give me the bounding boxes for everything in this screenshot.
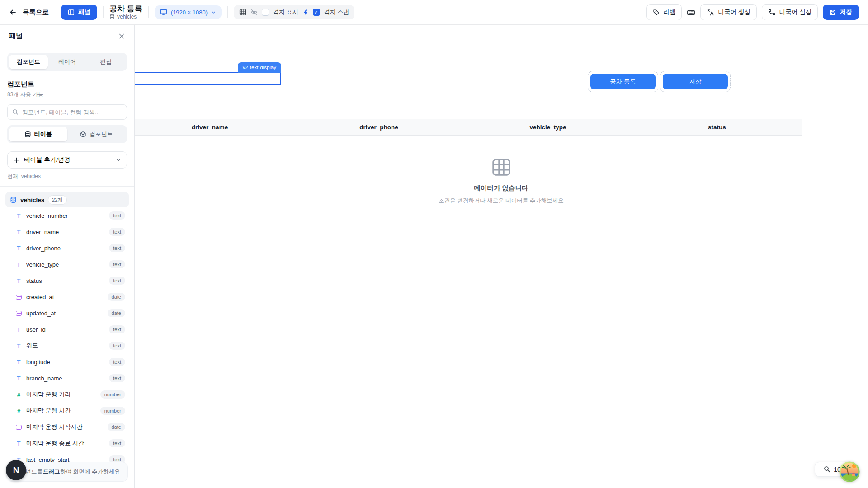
page-title: 공차 등록 [109,5,142,13]
split-flow-icon [768,9,776,16]
field-name: branch_name [26,375,62,382]
canvas-button-label: 저장 [689,78,702,86]
field-type-badge: text [109,358,125,366]
canvas-button[interactable]: 공차 등록 [590,74,656,89]
field-row[interactable]: driver_phone text [5,240,129,256]
close-panel-button[interactable] [118,33,125,40]
component-search[interactable] [7,104,127,120]
components-panel: 패널 컴포넌트 레이어 편집 컴포넌트 83개 사용 가능 테이블 [0,25,135,488]
components-section-title: 컴포넌트 [7,80,127,89]
field-row[interactable]: vehicle_number text [5,207,129,224]
back-button[interactable] [9,9,17,16]
field-type-icon [15,294,22,300]
i18n-settings-button[interactable]: 다국어 설정 [762,4,818,20]
field-row[interactable]: created_at date [5,289,129,305]
canvas-button[interactable]: 저장 [663,74,728,89]
grid-snap-checkbox[interactable]: ✓ [313,9,320,16]
field-name: longitude [26,359,50,366]
field-name: updated_at [26,310,56,317]
add-change-table-button[interactable]: 테이블 추가/변경 [7,151,127,169]
tab-layers[interactable]: 레이어 [48,55,87,69]
divider [148,6,149,18]
field-row[interactable]: longitude text [5,354,129,370]
divider [103,6,104,18]
toggle-tables[interactable]: 테이블 [9,127,67,141]
selected-element-tag: v2-text-display [238,62,281,73]
field-type-icon [15,375,22,382]
field-row[interactable]: 마지막 운행 거리 number [5,386,129,403]
canvas-button-label: 공차 등록 [610,78,636,86]
field-name: vehicle_number [26,212,68,219]
canvas-action-buttons: 공차 등록 저장 [590,74,728,89]
panel-icon [68,9,75,16]
panel-toggle-button[interactable]: 패널 [61,5,97,20]
top-toolbar: 목록으로 패널 공차 등록 vehicles (868 × 488) [0,0,868,25]
toggle-components-label: 컴포넌트 [90,130,113,138]
field-row[interactable]: 위도 text [5,338,129,354]
label-button-text: 라벨 [663,8,675,16]
field-row[interactable]: driver_name text [5,224,129,240]
field-type-badge: text [109,374,125,382]
column-count-badge: 22개 [48,195,66,205]
empty-state-subtitle: 조건을 변경하거나 새로운 데이터를 추가해보세요 [439,197,563,205]
field-name: 마지막 운행 시간 [26,407,71,415]
i18n-generate-button[interactable]: 다국어 생성 [700,4,756,20]
plus-icon [13,157,20,164]
field-row[interactable]: 마지막 운행 시작시간 date [5,419,129,435]
keyboard-shortcuts-button[interactable] [687,9,695,16]
tab-edit[interactable]: 편집 [86,55,125,69]
field-row[interactable]: branch_name text [5,370,129,386]
arrow-left-icon [9,9,17,16]
resolution-dropdown[interactable]: (868 × 488) [155,5,222,19]
field-name: driver_name [26,229,59,235]
package-icon [80,131,86,138]
field-type-badge: date [108,293,125,301]
field-row[interactable]: status text [5,272,129,289]
empty-state-title: 데이터가 없습니다 [474,184,528,192]
field-row[interactable]: vehicle_type text [5,256,129,272]
lightning-icon [302,9,309,16]
field-type-icon [15,359,22,366]
back-label[interactable]: 목록으로 [23,8,49,17]
field-name: created_at [26,294,54,300]
field-type-icon [15,310,22,317]
field-row[interactable]: 마지막 운행 종료 시간 text [5,435,129,451]
app-logo[interactable]: N [6,460,26,480]
field-row[interactable]: 마지막 운행 시간 number [5,403,129,419]
save-button[interactable]: 저장 [823,5,859,20]
field-type-badge: date [108,423,125,431]
field-row[interactable]: updated_at date [5,305,129,321]
field-type-icon [15,261,22,268]
selected-text-display-element[interactable]: v2-text-display [134,72,281,85]
field-type-badge: text [109,260,125,268]
toggle-components[interactable]: 컴포넌트 [67,127,126,141]
table-item-vehicles[interactable]: vehicles 22개 [5,192,129,207]
table-column-header: driver_phone [294,119,463,135]
database-icon [24,131,31,138]
field-row[interactable]: user_id text [5,321,129,338]
source-toggle: 테이블 컴포넌트 [7,125,127,143]
current-table-label: 현재: vehicles [7,173,127,180]
field-type-icon [15,229,22,235]
palm-island-sticker[interactable] [839,461,860,482]
search-input[interactable] [22,109,122,116]
divider [227,6,228,18]
field-type-icon [15,245,22,252]
field-type-icon [15,408,22,414]
field-type-badge: text [109,211,125,220]
field-list: vehicles 22개 vehicle_number text driver_… [5,192,129,468]
toggle-tables-label: 테이블 [34,130,52,138]
tab-components[interactable]: 컴포넌트 [9,55,48,69]
field-name: user_id [26,326,46,333]
chevron-down-icon [116,157,121,163]
grid-show-checkbox[interactable] [262,9,269,16]
field-type-badge: number [100,390,125,399]
table-column-header: vehicle_type [463,119,632,135]
chevron-down-icon [211,10,216,15]
search-icon [12,109,19,115]
field-type-badge: text [109,342,125,350]
label-button[interactable]: 라벨 [646,4,682,20]
field-type-icon [15,424,22,431]
table-empty-state: 데이터가 없습니다 조건을 변경하거나 새로운 데이터를 추가해보세요 [134,158,868,205]
field-name: 마지막 운행 종료 시간 [26,439,84,447]
